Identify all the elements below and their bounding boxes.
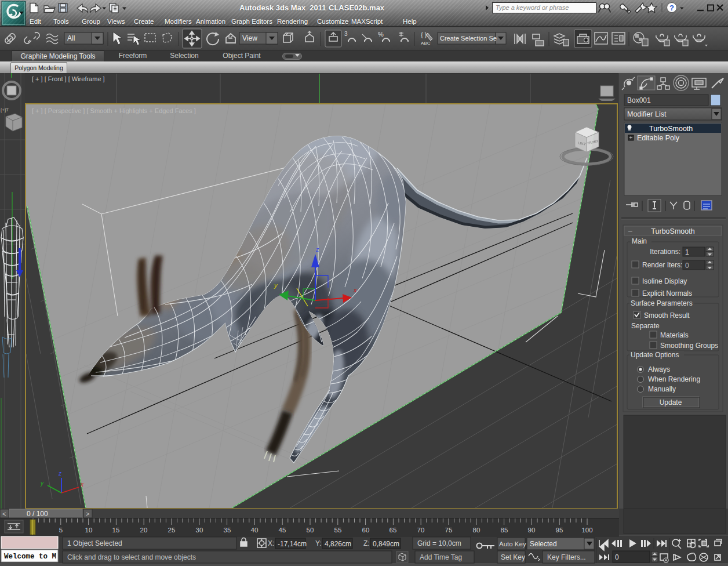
svg-text:View: View [242,34,257,42]
svg-text:15: 15 [112,527,120,534]
svg-text:Box001: Box001 [627,96,651,104]
svg-text:45: 45 [279,527,286,534]
svg-text:Welcome to M: Welcome to M [4,553,56,561]
svg-text:20: 20 [140,527,148,534]
svg-text:Smoothing Groups: Smoothing Groups [660,342,718,350]
svg-text:When Rendering: When Rendering [648,375,700,383]
svg-text:Update: Update [660,398,682,407]
svg-text:0 / 100: 0 / 100 [27,510,48,518]
svg-text:Smooth Result: Smooth Result [644,311,690,320]
svg-text:x: x [353,286,357,293]
svg-text:z: z [58,470,61,477]
svg-text:ABC: ABC [421,41,431,46]
svg-text:z: z [315,246,319,253]
svg-text:?: ? [669,3,674,12]
svg-text:25: 25 [168,527,176,534]
svg-text:100: 100 [581,527,592,534]
svg-text:Auto Key: Auto Key [499,540,526,547]
svg-text:Render Iters:: Render Iters: [642,261,682,269]
svg-text:Update Options: Update Options [631,351,679,359]
svg-text:80: 80 [473,527,481,534]
svg-text:Y:: Y: [315,539,322,547]
svg-text:1 Object Selected: 1 Object Selected [67,539,122,547]
svg-text:10: 10 [85,527,93,534]
svg-text:TurboSmooth: TurboSmooth [651,227,694,235]
svg-text:X:: X: [268,539,274,547]
svg-text:55: 55 [334,527,342,534]
svg-text:85: 85 [501,527,508,534]
svg-text:Separate: Separate [631,322,660,330]
svg-text:-17,14cm: -17,14cm [278,540,307,548]
svg-text:TurboSmooth: TurboSmooth [649,125,693,133]
svg-text:30: 30 [196,527,203,534]
svg-text:Manually: Manually [648,385,676,393]
svg-text:0,849cm: 0,849cm [373,540,399,548]
svg-text:%: % [378,31,384,38]
svg-text:60: 60 [362,527,370,534]
svg-text:0: 0 [615,553,619,561]
svg-text:Materials: Materials [660,331,689,339]
svg-text:Add Time Tag: Add Time Tag [420,553,462,561]
svg-text:35: 35 [224,527,231,534]
svg-text:Z:: Z: [363,539,370,547]
svg-text:All: All [67,34,75,42]
svg-text:Click and drag to select and m: Click and drag to select and move object… [67,553,196,561]
svg-text:Always: Always [648,365,670,373]
svg-text:Isoline Display: Isoline Display [642,277,687,285]
svg-text:0: 0 [685,262,689,270]
svg-text:<: < [2,510,6,517]
svg-text:y: y [40,480,44,487]
svg-text:70: 70 [417,527,425,534]
svg-text:4,826cm: 4,826cm [325,540,351,548]
svg-text:90: 90 [528,527,536,534]
svg-text:Explicit Normals: Explicit Normals [642,289,692,297]
svg-text:3: 3 [344,31,348,37]
svg-text:Modifier List: Modifier List [627,110,667,118]
svg-text:–: – [628,227,632,235]
svg-text:[+]T: [+]T [1,107,9,113]
svg-text:5: 5 [59,527,63,534]
svg-text:Surface Parameters: Surface Parameters [631,299,693,307]
svg-text:Main: Main [632,237,647,245]
svg-text:Iterations:: Iterations: [650,248,680,256]
svg-text:65: 65 [390,527,397,534]
svg-text:95: 95 [556,527,563,534]
svg-text:Selected: Selected [530,540,557,548]
svg-text:50: 50 [307,527,314,534]
svg-text:Create Selection Se: Create Selection Se [440,35,497,42]
svg-text:Set Key: Set Key [501,553,525,561]
svg-text:Editable Poly: Editable Poly [637,134,680,142]
svg-text:x: x [80,481,84,488]
svg-text:Grid = 10,0cm: Grid = 10,0cm [417,539,461,547]
svg-text:>: > [86,510,89,517]
svg-text:Key Filters...: Key Filters... [547,553,586,561]
svg-text:75: 75 [445,527,453,534]
svg-text:1: 1 [685,248,689,256]
svg-text:40: 40 [251,527,259,534]
